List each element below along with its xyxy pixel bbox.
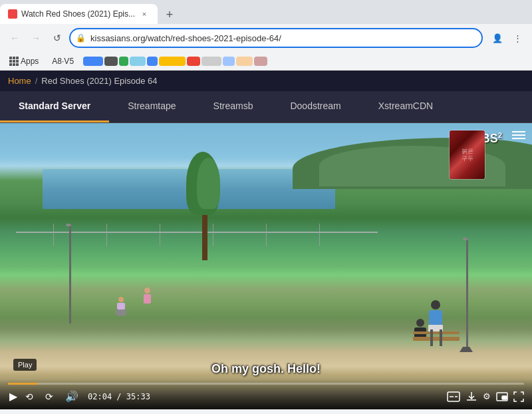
profile-button[interactable]: 👤 [488,29,507,47]
browser-chrome: Watch Red Shoes (2021) Epis... × + ← → ↺… [0,0,532,71]
svg-text:⟳: ⟳ [45,391,53,402]
tab-streamsb[interactable]: Streamsb [195,91,272,122]
pip-button[interactable] [496,392,508,401]
lock-icon: 🔒 [76,33,86,43]
new-tab-button[interactable]: + [160,5,179,24]
extensions-area: 👤 ⋮ [485,29,527,47]
fence-post-3 [160,224,160,246]
current-time: 02:04 [88,392,112,401]
thumbnail-image: 붉은구두 [450,130,485,179]
menu-button[interactable]: ⋮ [508,29,527,47]
forward-button[interactable]: → [27,29,45,47]
refresh-button[interactable]: ↺ [48,29,66,47]
volume-button[interactable]: 🔊 [64,389,80,404]
captions-button[interactable] [447,391,460,402]
progress-fill [8,383,38,385]
hamburger-menu[interactable] [512,131,525,139]
svg-text:⟲: ⟲ [25,391,33,402]
server-tabs: Standard Server Streamtape Streamsb Dood… [0,91,532,123]
apps-bookmark[interactable]: Apps [5,55,43,67]
wheelchair-person [117,297,125,310]
fence-post-4 [213,224,213,246]
fence-post-6 [319,224,320,246]
video-thumbnail: 붉은구두 [449,130,485,180]
lamp-post-2 [466,238,468,352]
fence-post-1 [53,224,54,246]
address-bar[interactable] [69,28,483,48]
apps-label: Apps [21,57,39,66]
play-tooltip: Play [13,359,37,371]
video-scene: KBS2 붉은구두 Play Oh my gosh. Hello! [0,123,532,409]
active-tab[interactable]: Watch Red Shoes (2021) Epis... × [0,4,158,24]
settings-button[interactable]: ⚙ [483,391,491,401]
fence-post-5 [266,224,267,246]
navigation-bar: ← → ↺ 🔒 👤 ⋮ [0,24,532,52]
tab-favicon [8,9,17,19]
bookmarks-bar: Apps A8·V5 [0,52,532,71]
fullscreen-button[interactable] [513,391,524,402]
controls-right: ⚙ [447,391,524,403]
video-player[interactable]: KBS2 붉은구두 Play Oh my gosh. Hello! [0,123,532,409]
download-button[interactable] [466,391,477,403]
pushing-person [144,288,151,304]
back-button[interactable]: ← [5,29,24,47]
tab-title: Watch Red Shoes (2021) Epis... [21,9,135,19]
apps-icon [9,57,19,66]
breadcrumb: Home / Red Shoes (2021) Episode 64 [0,71,532,91]
breadcrumb-separator: / [35,76,38,86]
rewind-button[interactable]: ⟲ [24,389,39,404]
subtitle-text: Oh my gosh. Hello! [211,362,321,376]
tab-doodstream[interactable]: Doodstream [271,91,359,122]
play-button[interactable]: ▶ [8,389,19,404]
address-bar-container: 🔒 [69,28,483,48]
video-controls: ▶ ⟲ ⟳ 🔊 02:04 / 35:33 [0,379,532,409]
kbs-superscript: 2 [498,131,502,139]
a8v5-bookmark[interactable]: A8·V5 [48,55,78,67]
controls-row: ▶ ⟲ ⟳ 🔊 02:04 / 35:33 [8,389,524,404]
tab-close-button[interactable]: × [139,9,150,19]
breadcrumb-current: Red Shoes (2021) Episode 64 [41,76,157,86]
tab-streamtape[interactable]: Streamtape [109,91,194,122]
svg-rect-6 [502,396,507,399]
fence-post-2 [106,224,107,246]
time-separator: / [116,392,126,401]
tree-top-1b [197,158,220,209]
duration: 35:33 [126,392,150,401]
progress-bar[interactable] [8,383,524,385]
bookmark-items [83,55,527,68]
home-link[interactable]: Home [8,76,31,86]
tab-xstreamcdn[interactable]: XstreamCDN [360,91,452,122]
forward-button-10s[interactable]: ⟳ [44,389,59,404]
time-display: 02:04 / 35:33 [88,392,150,401]
tab-bar: Watch Red Shoes (2021) Epis... × + [0,0,532,24]
page-content: Home / Red Shoes (2021) Episode 64 Stand… [0,71,532,409]
lamp-post [69,224,71,324]
tab-standard-server[interactable]: Standard Server [0,91,109,122]
